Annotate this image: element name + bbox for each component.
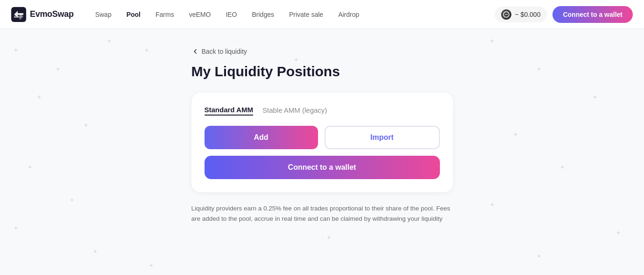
tab-stable-amm[interactable]: Stable AMM (legacy) [262,106,327,115]
amm-tab-row: Standard AMM Stable AMM (legacy) [205,106,440,116]
liquidity-card: Standard AMM Stable AMM (legacy) Add Imp… [191,93,453,192]
nav-pool[interactable]: Pool [120,8,147,21]
nav-farms[interactable]: Farms [149,8,181,21]
liquidity-info-text: Liquidity providers earn a 0.25% fee on … [191,203,453,224]
main-content: Back to liquidity My Liquidity Positions… [0,29,644,242]
nav-swap[interactable]: Swap [89,8,118,21]
back-arrow-icon [191,48,199,55]
header-connect-wallet-button[interactable]: Connect to a wallet [552,6,633,23]
nav-bridges[interactable]: Bridges [246,8,281,21]
svg-point-1 [503,12,509,17]
add-liquidity-button[interactable]: Add [205,126,318,149]
connect-wallet-main-button[interactable]: Connect to a wallet [205,156,440,179]
logo-icon [11,7,26,22]
main-nav: Swap Pool Farms veEMO IEO Bridges Privat… [89,8,366,21]
tab-standard-amm[interactable]: Standard AMM [205,106,253,116]
back-to-liquidity-link[interactable]: Back to liquidity [191,48,453,55]
plus-icon: + [537,253,541,259]
nav-airdrop[interactable]: Airdrop [332,8,366,21]
nav-private-sale[interactable]: Private sale [283,8,330,21]
nav-ieo[interactable]: IEO [219,8,243,21]
page-title: My Liquidity Positions [191,64,453,80]
import-button[interactable]: Import [325,126,440,149]
balance-text: ~ $0.000 [515,11,541,18]
header-left: EvmoSwap Swap Pool Farms veEMO IEO Bridg… [11,7,366,22]
nav-veemo[interactable]: veEMO [183,8,218,21]
logo[interactable]: EvmoSwap [11,7,74,22]
plus-icon: + [93,248,97,254]
action-button-row: Add Import [205,126,440,149]
header-right: ~ $0.000 Connect to a wallet [495,6,633,23]
wallet-balance-display[interactable]: ~ $0.000 [495,7,547,22]
brand-name: EvmoSwap [30,9,74,19]
top-header: EvmoSwap Swap Pool Farms veEMO IEO Bridg… [0,0,644,29]
wallet-icon [501,9,511,20]
plus-icon: + [149,262,153,268]
